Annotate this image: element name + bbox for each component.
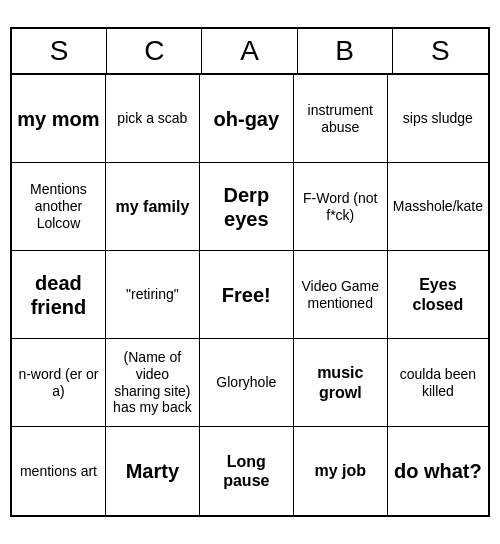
- cell-24: do what?: [388, 427, 488, 515]
- cell-20: mentions art: [12, 427, 106, 515]
- cell-17: Gloryhole: [200, 339, 294, 427]
- cell-19: coulda been killed: [388, 339, 488, 427]
- bingo-card: SCABS my mompick a scaboh-gayinstrument …: [10, 27, 490, 517]
- cell-21: Marty: [106, 427, 200, 515]
- cell-13: Video Game mentioned: [294, 251, 388, 339]
- cell-16: (Name of video sharing site) has my back: [106, 339, 200, 427]
- bingo-grid: my mompick a scaboh-gayinstrument abuses…: [12, 75, 488, 515]
- cell-23: my job: [294, 427, 388, 515]
- cell-14: Eyes closed: [388, 251, 488, 339]
- cell-1: pick a scab: [106, 75, 200, 163]
- cell-8: F-Word (not f*ck): [294, 163, 388, 251]
- cell-3: instrument abuse: [294, 75, 388, 163]
- header-letter-c-1: C: [107, 29, 202, 73]
- cell-18: music growl: [294, 339, 388, 427]
- cell-0: my mom: [12, 75, 106, 163]
- bingo-header: SCABS: [12, 29, 488, 75]
- header-letter-b-3: B: [298, 29, 393, 73]
- cell-11: "retiring": [106, 251, 200, 339]
- cell-2: oh-gay: [200, 75, 294, 163]
- cell-9: Masshole/kate: [388, 163, 488, 251]
- cell-4: sips sludge: [388, 75, 488, 163]
- cell-7: Derp eyes: [200, 163, 294, 251]
- cell-12: Free!: [200, 251, 294, 339]
- cell-22: Long pause: [200, 427, 294, 515]
- cell-10: dead friend: [12, 251, 106, 339]
- cell-15: n-word (er or a): [12, 339, 106, 427]
- header-letter-s-0: S: [12, 29, 107, 73]
- header-letter-a-2: A: [202, 29, 297, 73]
- header-letter-s-4: S: [393, 29, 488, 73]
- cell-5: Mentions another Lolcow: [12, 163, 106, 251]
- cell-6: my family: [106, 163, 200, 251]
